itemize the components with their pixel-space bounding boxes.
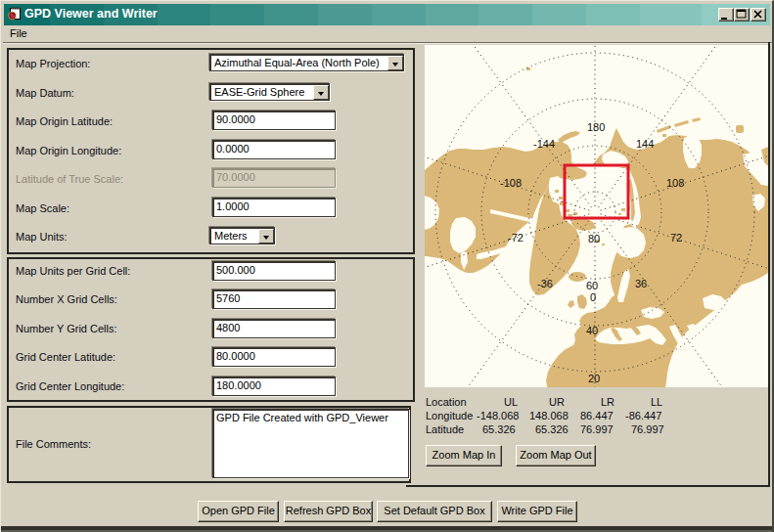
svg-text:-108: -108: [500, 177, 522, 189]
svg-text:80: 80: [588, 233, 600, 244]
svg-text:-36: -36: [537, 278, 553, 289]
svg-text:0: 0: [590, 291, 596, 303]
svg-text:36: 36: [635, 278, 647, 289]
svg-text:60: 60: [586, 280, 598, 291]
svg-text:40: 40: [586, 325, 598, 336]
svg-text:20: 20: [588, 373, 600, 384]
svg-text:-72: -72: [508, 232, 524, 244]
svg-text:180: 180: [587, 121, 605, 133]
svg-text:72: 72: [670, 232, 682, 244]
svg-text:108: 108: [666, 177, 684, 189]
svg-text:144: 144: [636, 138, 654, 150]
svg-text:-144: -144: [533, 138, 555, 150]
